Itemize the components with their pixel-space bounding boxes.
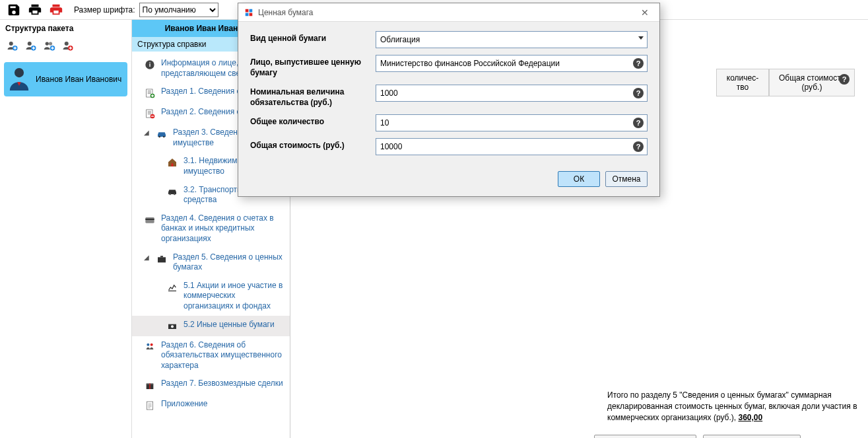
svg-point-5 [49, 42, 52, 45]
next-section-button[interactable]: Следующий раздел [703, 435, 801, 438]
svg-point-16 [158, 136, 160, 138]
tree-s5[interactable]: ◢ Раздел 5. Сведения о ценных бумагах [132, 248, 290, 277]
svg-point-19 [169, 193, 171, 195]
add-person2-icon[interactable] [25, 40, 37, 52]
caret-icon: ◢ [144, 129, 150, 136]
modal-footer: ОК Отмена [238, 167, 659, 196]
person-name: Иванов Иван Иванович [36, 75, 121, 84]
svg-rect-31 [149, 384, 150, 390]
modal-title-text: Ценная бумага [258, 8, 314, 17]
svg-rect-24 [160, 256, 163, 257]
svg-rect-33 [246, 9, 249, 12]
svg-rect-21 [145, 217, 154, 223]
summary-amount: 360,00 [738, 413, 762, 422]
doc-plus-icon [144, 87, 156, 99]
security-type-select[interactable]: Облигация [376, 31, 648, 48]
table-header: количес-тво Общая стоимость (руб.) [716, 69, 855, 96]
tree-s7[interactable]: Раздел 7. Безвозмездные сделки [132, 375, 290, 395]
money-icon [166, 320, 178, 332]
svg-point-9 [15, 68, 24, 77]
modal-titlebar: Ценная бумага ✕ [238, 3, 659, 22]
label-nominal: Номинальная величина обязательства (руб.… [250, 85, 369, 108]
person-card[interactable]: Иванов Иван Иванович [4, 62, 127, 96]
svg-rect-35 [246, 13, 249, 16]
save-icon[interactable] [5, 1, 22, 18]
add-person3-icon[interactable] [44, 40, 55, 52]
tree-s4[interactable]: Раздел 4. Сведения о счетах в банках и и… [132, 209, 290, 248]
svg-point-28 [150, 343, 153, 346]
prev-section-button[interactable]: Предыдущий раздел [594, 435, 696, 438]
person-icons-row [0, 37, 131, 58]
svg-point-4 [46, 42, 49, 45]
avatar-icon [8, 66, 30, 92]
label-issuer: Лицо, выпустившее ценную бумагу [250, 55, 369, 78]
close-icon[interactable]: ✕ [636, 7, 654, 18]
ok-button[interactable]: ОК [558, 171, 600, 187]
gift-icon [144, 379, 156, 391]
card-icon [144, 214, 156, 226]
info-icon: i [144, 59, 156, 71]
svg-rect-23 [158, 257, 166, 262]
doc-minus-icon [144, 108, 156, 120]
car2-icon [166, 186, 178, 198]
svg-point-7 [65, 42, 69, 46]
modal-app-icon [244, 7, 254, 18]
nav-buttons: Предыдущий раздел Следующий раздел [594, 435, 801, 438]
svg-point-26 [171, 325, 174, 328]
security-modal: Ценная бумага ✕ Вид ценной бумаги Облига… [238, 3, 660, 197]
svg-rect-22 [145, 219, 154, 220]
svg-point-20 [174, 193, 176, 195]
car-icon [156, 128, 168, 140]
svg-point-0 [9, 42, 13, 46]
add-person4-icon[interactable] [62, 40, 74, 52]
nominal-input[interactable] [376, 85, 648, 102]
cost-input[interactable] [376, 138, 648, 155]
help-icon[interactable]: ? [839, 74, 850, 85]
svg-rect-32 [147, 402, 152, 410]
add-person1-icon[interactable] [7, 40, 18, 52]
label-type: Вид ценной бумаги [250, 31, 369, 44]
th-qty: количес-тво [716, 69, 769, 96]
qty-input[interactable] [376, 114, 648, 131]
svg-rect-36 [250, 13, 253, 16]
print-color-icon[interactable] [48, 1, 65, 18]
font-size-select[interactable]: По умолчанию [139, 3, 218, 17]
tree-app[interactable]: Приложение [132, 395, 290, 416]
font-size-label: Размер шрифта: [74, 5, 135, 15]
svg-rect-18 [172, 164, 174, 167]
svg-rect-34 [250, 9, 253, 12]
house-icon [166, 157, 178, 168]
tree-s51[interactable]: 5.1 Акции и иное участие в коммерческих … [132, 277, 290, 316]
svg-point-27 [147, 343, 149, 346]
tree-s52[interactable]: 5.2 Иные ценные бумаги [132, 316, 290, 336]
summary-text: Итого по разделу 5 "Сведения о ценных бу… [607, 390, 868, 423]
handshake-icon [144, 341, 156, 353]
caret-icon: ◢ [144, 254, 150, 261]
cancel-button[interactable]: Отмена [605, 171, 648, 187]
modal-body: Вид ценной бумаги Облигация Лицо, выпуст… [238, 22, 659, 167]
package-structure-pane: Структура пакета Иванов Иван Иванович [0, 20, 132, 438]
briefcase-icon [156, 253, 168, 265]
svg-point-17 [163, 136, 165, 138]
svg-point-2 [28, 42, 32, 46]
issuer-input[interactable] [376, 55, 648, 72]
package-structure-header: Структура пакета [0, 20, 131, 37]
tree-s6[interactable]: Раздел 6. Сведения об обязательствах иму… [132, 336, 290, 375]
svg-text:i: i [149, 61, 151, 68]
doc-icon [144, 400, 156, 412]
print-icon[interactable] [26, 1, 44, 18]
help-icon[interactable]: ? [633, 58, 644, 69]
label-qty: Общее количество [250, 114, 369, 128]
label-cost: Общая стоимость (руб.) [250, 138, 369, 151]
chart-icon [166, 281, 178, 293]
